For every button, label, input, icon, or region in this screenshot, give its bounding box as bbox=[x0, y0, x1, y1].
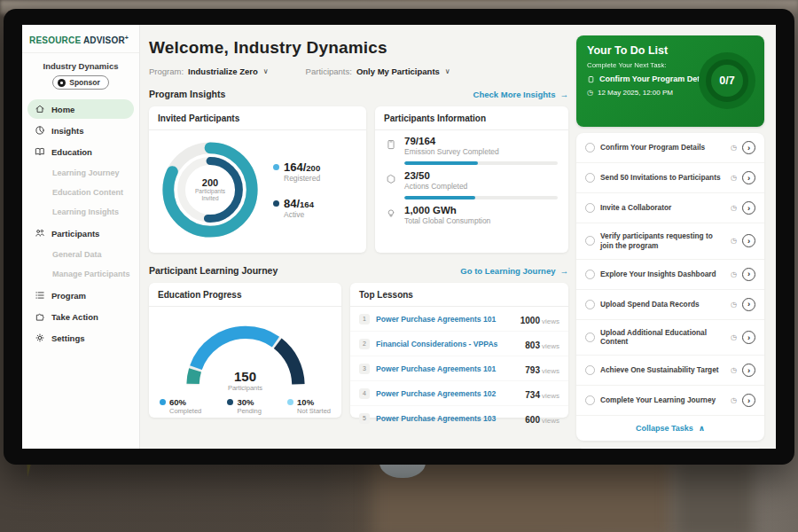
energy-icon bbox=[386, 205, 397, 225]
sidebar-item-label: Insights bbox=[51, 126, 83, 136]
task-row[interactable]: Complete Your Learning Journey ◷ › bbox=[576, 386, 764, 416]
sidebar-item-settings[interactable]: Settings bbox=[27, 328, 134, 348]
task-checkbox[interactable] bbox=[585, 365, 595, 375]
clock-icon: ◷ bbox=[731, 301, 737, 309]
arrow-right-icon: → bbox=[560, 266, 569, 276]
sidebar-item-learning-insights[interactable]: Learning Insights bbox=[22, 202, 139, 222]
task-row[interactable]: Send 50 Invitations to Participants ◷ › bbox=[576, 163, 764, 193]
task-checkbox[interactable] bbox=[585, 173, 595, 183]
lesson-title-link[interactable]: Power Purchase Agreements 101 bbox=[376, 364, 519, 373]
logo-part-resource: RESOURCE bbox=[29, 35, 81, 45]
invited-participants-card: Invited Participants 200 bbox=[149, 106, 366, 253]
lesson-rank: 3 bbox=[359, 364, 370, 374]
task-open-button[interactable]: › bbox=[742, 201, 755, 215]
lesson-rank: 2 bbox=[359, 339, 370, 349]
sidebar-item-label: Program bbox=[51, 291, 86, 301]
chevron-down-icon: ∨ bbox=[445, 67, 450, 75]
sidebar-item-program[interactable]: Program bbox=[27, 286, 134, 305]
sidebar-item-participants[interactable]: Participants bbox=[27, 223, 134, 243]
participants-icon bbox=[35, 228, 45, 239]
arrow-right-icon: → bbox=[560, 90, 569, 99]
clock-icon: ◷ bbox=[587, 89, 593, 97]
task-row[interactable]: Verify participants requesting to join t… bbox=[576, 223, 764, 260]
lesson-title-link[interactable]: Financial Considerations - VPPAs bbox=[376, 340, 519, 348]
stat-emission-survey: 79/164 Emission Survey Completed bbox=[375, 130, 568, 158]
sidebar-item-home[interactable]: Home bbox=[27, 99, 134, 119]
program-icon bbox=[35, 290, 45, 301]
task-open-button[interactable]: › bbox=[742, 298, 755, 311]
actions-icon bbox=[386, 170, 397, 191]
task-open-button[interactable]: › bbox=[742, 234, 755, 247]
legend-dot bbox=[287, 399, 293, 405]
sponsor-badge[interactable]: Sponsor bbox=[52, 75, 108, 90]
sidebar-item-label: Take Action bbox=[51, 312, 98, 322]
clipboard-icon bbox=[587, 75, 595, 83]
sidebar-item-general-data[interactable]: General Data bbox=[22, 245, 139, 264]
task-row[interactable]: Upload Additional Educational Content ◷ … bbox=[576, 320, 764, 356]
chevron-up-icon: ∧ bbox=[699, 424, 705, 433]
sidebar-item-learning-journey[interactable]: Learning Journey bbox=[22, 163, 139, 183]
sponsor-badge-label: Sponsor bbox=[69, 78, 99, 87]
todo-summary-card: Your To Do List Complete Your Next Task:… bbox=[576, 35, 764, 127]
task-open-button[interactable]: › bbox=[742, 394, 755, 407]
task-row[interactable]: Explore Your Insights Dashboard ◷ › bbox=[576, 260, 764, 290]
legend-active: 84/164 Active bbox=[273, 197, 320, 219]
section-title: Program Insights bbox=[149, 89, 225, 99]
screen: RESOURCE ADVISOR+ Industry Dynamics Spon… bbox=[22, 25, 776, 449]
stat-actions-completed: 23/50 Actions Completed bbox=[375, 165, 568, 192]
lesson-row[interactable]: 1 Power Purchase Agreements 101 1000view… bbox=[350, 307, 568, 332]
sidebar-item-label: Settings bbox=[51, 333, 84, 343]
task-checkbox[interactable] bbox=[585, 332, 595, 342]
task-checkbox[interactable] bbox=[585, 395, 595, 405]
lesson-rank: 4 bbox=[359, 388, 370, 399]
lesson-row[interactable]: 4 Power Purchase Agreements 102 734views bbox=[350, 381, 568, 406]
card-title: Top Lessons bbox=[350, 283, 568, 307]
program-dropdown[interactable]: Program: Industrialize Zero ∨ bbox=[149, 66, 269, 76]
invited-donut-chart: 200 ParticipantsInvited bbox=[156, 136, 264, 244]
lesson-row[interactable]: 2 Financial Considerations - VPPAs 803vi… bbox=[350, 332, 568, 356]
lesson-row[interactable]: 5 Power Purchase Agreements 103 600views bbox=[350, 406, 568, 430]
sidebar-item-education-content[interactable]: Education Content bbox=[22, 183, 139, 202]
participants-dropdown[interactable]: Participants: Only My Participants ∨ bbox=[306, 66, 450, 76]
task-checkbox[interactable] bbox=[585, 300, 595, 309]
sidebar-item-manage-participants[interactable]: Manage Participants bbox=[22, 264, 139, 284]
home-icon bbox=[35, 104, 45, 114]
organization-name: Industry Dynamics bbox=[22, 61, 139, 71]
task-row[interactable]: Confirm Your Program Details ◷ › bbox=[576, 133, 764, 163]
todo-tasks-card: Confirm Your Program Details ◷ › Send 50… bbox=[576, 133, 764, 441]
app-logo: RESOURCE ADVISOR+ bbox=[22, 25, 139, 53]
sidebar-item-insights[interactable]: Insights bbox=[27, 121, 134, 140]
chevron-down-icon: ∨ bbox=[263, 67, 269, 75]
sidebar-item-education[interactable]: Education bbox=[27, 142, 134, 161]
clock-icon: ◷ bbox=[731, 333, 737, 341]
section-title: Participant Learning Journey bbox=[149, 265, 278, 276]
go-to-learning-journey-link[interactable]: Go to Learning Journey → bbox=[460, 266, 568, 276]
task-checkbox[interactable] bbox=[585, 236, 595, 246]
collapse-tasks-link[interactable]: Collapse Tasks ∧ bbox=[576, 416, 764, 441]
lesson-rank: 5 bbox=[359, 413, 370, 424]
task-checkbox[interactable] bbox=[585, 203, 595, 213]
task-open-button[interactable]: › bbox=[742, 171, 755, 184]
legend-registered: 164/200 Registered bbox=[273, 160, 320, 183]
task-row[interactable]: Achieve One Sustainability Target ◷ › bbox=[576, 356, 764, 386]
task-row[interactable]: Upload Spend Data Records ◷ › bbox=[576, 290, 764, 320]
settings-icon bbox=[35, 332, 45, 343]
task-open-button[interactable]: › bbox=[742, 331, 755, 344]
task-row[interactable]: Invite a Collaborator ◷ › bbox=[576, 193, 764, 223]
legend-completed: 60% Completed bbox=[160, 397, 201, 415]
sidebar-item-take-action[interactable]: Take Action bbox=[27, 307, 134, 326]
lesson-row[interactable]: 3 Power Purchase Agreements 101 793views bbox=[350, 356, 568, 381]
lesson-title-link[interactable]: Power Purchase Agreements 102 bbox=[376, 389, 519, 398]
task-open-button[interactable]: › bbox=[742, 268, 755, 281]
lesson-title-link[interactable]: Power Purchase Agreements 101 bbox=[376, 315, 514, 324]
task-open-button[interactable]: › bbox=[742, 141, 755, 154]
filters-row: Program: Industrialize Zero ∨ Participan… bbox=[149, 66, 568, 76]
task-checkbox[interactable] bbox=[585, 270, 595, 279]
clock-icon: ◷ bbox=[731, 204, 737, 212]
survey-icon bbox=[386, 136, 397, 156]
task-open-button[interactable]: › bbox=[742, 364, 755, 377]
task-checkbox[interactable] bbox=[585, 143, 595, 153]
lesson-title-link[interactable]: Power Purchase Agreements 103 bbox=[376, 414, 519, 423]
lesson-rank: 1 bbox=[359, 314, 370, 325]
check-more-insights-link[interactable]: Check More Insights → bbox=[473, 90, 568, 99]
